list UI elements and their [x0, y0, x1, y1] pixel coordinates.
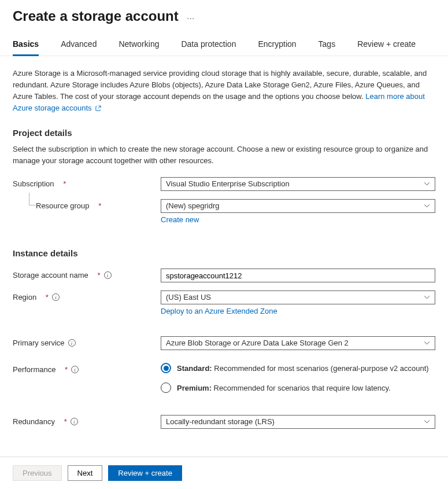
tab-networking[interactable]: Networking	[119, 39, 159, 56]
performance-standard-radio[interactable]: Standard: Recommended for most scenarios…	[161, 363, 435, 373]
indent-connector	[29, 193, 45, 205]
subscription-select[interactable]: Visual Studio Enterprise Subscription	[161, 177, 435, 191]
info-icon[interactable]: i	[52, 293, 60, 301]
instance-details-heading: Instance details	[13, 248, 435, 258]
info-icon[interactable]: i	[71, 418, 78, 425]
redundancy-select[interactable]: Locally-redundant storage (LRS)	[161, 415, 435, 429]
storage-name-input[interactable]	[161, 269, 435, 282]
info-icon[interactable]: i	[71, 366, 79, 373]
create-new-rg-link[interactable]: Create new	[161, 215, 199, 224]
tab-basics[interactable]: Basics	[13, 39, 39, 56]
footer-bar: Previous Next Review + create	[0, 457, 448, 489]
tab-review-create[interactable]: Review + create	[357, 39, 416, 56]
info-icon[interactable]: i	[104, 271, 112, 279]
radio-unselected-icon	[161, 383, 171, 393]
extended-zone-link[interactable]: Deploy to an Azure Extended Zone	[161, 307, 277, 315]
tab-encryption[interactable]: Encryption	[258, 39, 296, 56]
project-details-heading: Project details	[13, 128, 435, 138]
next-button[interactable]: Next	[68, 465, 103, 481]
subscription-label: Subscription *	[13, 177, 161, 188]
primary-service-label: Primary service i	[13, 336, 161, 347]
info-icon[interactable]: i	[68, 339, 76, 347]
storage-name-label: Storage account name * i	[13, 269, 161, 280]
performance-premium-text: Premium: Recommended for scenarios that …	[177, 384, 391, 392]
chevron-down-icon	[424, 204, 430, 208]
tab-tags[interactable]: Tags	[319, 39, 336, 56]
chevron-down-icon	[424, 420, 430, 424]
page-title: Create a storage account	[13, 8, 179, 24]
more-menu-icon[interactable]: …	[187, 12, 196, 21]
chevron-down-icon	[424, 182, 430, 186]
performance-premium-radio[interactable]: Premium: Recommended for scenarios that …	[161, 383, 435, 393]
tabs-bar: Basics Advanced Networking Data protecti…	[0, 28, 448, 56]
intro-text: Azure Storage is a Microsoft-managed ser…	[13, 68, 435, 114]
region-label: Region * i	[13, 291, 161, 302]
review-create-button[interactable]: Review + create	[108, 465, 182, 481]
tab-data-protection[interactable]: Data protection	[181, 39, 236, 56]
chevron-down-icon	[424, 296, 430, 300]
performance-label: Performance * i	[13, 363, 161, 374]
performance-standard-text: Standard: Recommended for most scenarios…	[177, 364, 429, 373]
previous-button: Previous	[13, 465, 62, 481]
radio-selected-icon	[161, 363, 171, 373]
region-select[interactable]: (US) East US	[161, 291, 435, 304]
intro-body: Azure Storage is a Microsoft-managed ser…	[13, 69, 427, 101]
resource-group-select[interactable]: (New) spegridrg	[161, 199, 435, 213]
primary-service-select[interactable]: Azure Blob Storage or Azure Data Lake St…	[161, 336, 435, 350]
project-details-desc: Select the subscription in which to crea…	[13, 144, 435, 167]
tab-advanced[interactable]: Advanced	[61, 39, 97, 56]
external-link-icon	[95, 105, 101, 112]
chevron-down-icon	[424, 341, 430, 345]
redundancy-label: Redundancy * i	[13, 415, 161, 426]
